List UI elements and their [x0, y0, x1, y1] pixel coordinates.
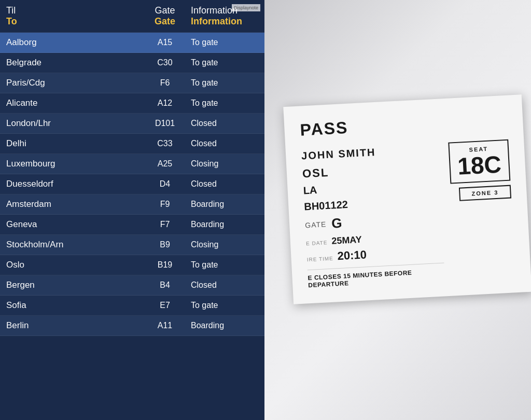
info-cell: Closing: [191, 240, 258, 249]
dest-cell: Bergen: [6, 280, 139, 290]
origin-code: OSL: [302, 160, 439, 180]
header-gate-label1: Gate: [155, 5, 175, 16]
pass-title: PASS: [300, 109, 508, 139]
pass-right: SEAT 18C ZONE 3: [448, 139, 515, 281]
board-row: Stockholm/ArnB9Closing: [0, 235, 264, 255]
dest-cell: Alicante: [6, 98, 139, 108]
dest-cell: Sofia: [6, 300, 139, 311]
dest-cell: London/Lhr: [6, 118, 139, 129]
gate-row: GATE G: [304, 209, 442, 233]
gate-cell: F9: [139, 200, 191, 209]
gate-cell: A15: [139, 38, 191, 47]
dest-cell: Paris/Cdg: [6, 78, 139, 88]
gate-label: GATE: [305, 219, 327, 229]
board-row: OsloB19To gate: [0, 255, 264, 275]
gate-cell: A12: [139, 99, 191, 108]
dest-cell: Aalborg: [6, 37, 139, 48]
board-header: Til To Gate Gate Information Information: [0, 0, 264, 33]
board-row: AmsterdamF9Boarding: [0, 194, 264, 215]
destination-code: LA: [303, 177, 440, 197]
board-rows: AalborgA15To gateBelgradeC30To gateParis…: [0, 33, 264, 336]
board-row: LuxembourgA25Closing: [0, 154, 264, 174]
flight-number: BH01122: [304, 193, 441, 213]
info-cell: Closed: [191, 139, 258, 148]
gate-cell: D101: [139, 119, 191, 128]
info-cell: Closed: [191, 179, 258, 189]
board-row: GenevaF7Boarding: [0, 215, 264, 235]
gate-cell: D4: [139, 179, 191, 189]
dest-cell: Luxembourg: [6, 159, 139, 169]
date-label: E DATE: [306, 240, 328, 246]
pass-notice: E CLOSES 15 MINUTES BEFORE DEPARTURE: [308, 262, 445, 289]
seat-number: 18C: [457, 152, 502, 178]
info-cell: To gate: [191, 260, 258, 270]
info-cell: Boarding: [191, 321, 258, 330]
info-cell: To gate: [191, 38, 258, 47]
board-row: BelgradeC30To gate: [0, 53, 264, 73]
info-cell: To gate: [191, 78, 258, 88]
seat-box: SEAT 18C: [448, 139, 510, 184]
board-row: DelhiC33Closed: [0, 134, 264, 154]
date-value: 25MAY: [331, 234, 362, 246]
info-cell: Closing: [191, 159, 258, 169]
gate-cell: B9: [139, 240, 191, 249]
board-row: AalborgA15To gate: [0, 33, 264, 53]
board-row: BergenB4Closed: [0, 275, 264, 296]
board-row: DuesseldorfD4Closed: [0, 174, 264, 194]
gate-cell: E7: [139, 301, 191, 310]
passenger-name: JOHN SMITH: [301, 143, 438, 162]
info-cell: To gate: [191, 99, 258, 108]
dest-cell: Amsterdam: [6, 199, 139, 209]
zone-label: ZONE 3: [467, 189, 503, 197]
boarding-pass-panel: PASS JOHN SMITH OSL LA BH01122 GATE G E …: [264, 0, 531, 420]
pass-body: JOHN SMITH OSL LA BH01122 GATE G E DATE …: [301, 139, 515, 289]
dest-cell: Berlin: [6, 320, 139, 331]
gate-cell: C33: [139, 139, 191, 148]
header-gate-label2: Gate: [155, 16, 175, 27]
dest-cell: Oslo: [6, 260, 139, 270]
gate-cell: F7: [139, 220, 191, 229]
board-row: AlicanteA12To gate: [0, 93, 264, 114]
time-label: IRE TIME: [306, 255, 333, 262]
boarding-pass: PASS JOHN SMITH OSL LA BH01122 GATE G E …: [283, 94, 531, 304]
dest-cell: Delhi: [6, 138, 139, 149]
pass-left: JOHN SMITH OSL LA BH01122 GATE G E DATE …: [301, 143, 445, 288]
board-row: SofiaE7To gate: [0, 296, 264, 316]
info-cell: Boarding: [191, 220, 258, 229]
header-gate: Gate Gate: [139, 5, 191, 27]
info-cell: Closed: [191, 119, 258, 128]
display-notice: Displaynote: [232, 4, 260, 11]
board-row: BerlinA11Boarding: [0, 316, 264, 336]
dest-cell: Geneva: [6, 219, 139, 230]
info-cell: Boarding: [191, 200, 258, 209]
dest-cell: Stockholm/Arn: [6, 240, 139, 250]
dest-cell: Duesseldorf: [6, 179, 139, 189]
info-cell: To gate: [191, 58, 258, 67]
info-cell: To gate: [191, 301, 258, 310]
gate-cell: C30: [139, 58, 191, 67]
gate-cell: A11: [139, 321, 191, 330]
board-row: Paris/CdgF6To gate: [0, 73, 264, 93]
time-value: 20:10: [337, 248, 367, 263]
board-row: London/LhrD101Closed: [0, 114, 264, 134]
gate-cell: B4: [139, 281, 191, 290]
gate-cell: B19: [139, 260, 191, 270]
departure-board: Displaynote Til To Gate Gate Information…: [0, 0, 264, 420]
gate-value: G: [331, 215, 342, 231]
header-info-label1: Information: [191, 5, 237, 16]
dest-cell: Belgrade: [6, 58, 139, 68]
info-cell: Closed: [191, 281, 258, 290]
gate-cell: F6: [139, 78, 191, 88]
header-to-label: To: [6, 16, 139, 27]
gate-cell: A25: [139, 159, 191, 169]
zone-box: ZONE 3: [459, 185, 511, 201]
header-to: Til To: [6, 5, 139, 27]
header-til-label: Til: [6, 5, 139, 16]
header-info-label2: Information: [191, 16, 242, 27]
